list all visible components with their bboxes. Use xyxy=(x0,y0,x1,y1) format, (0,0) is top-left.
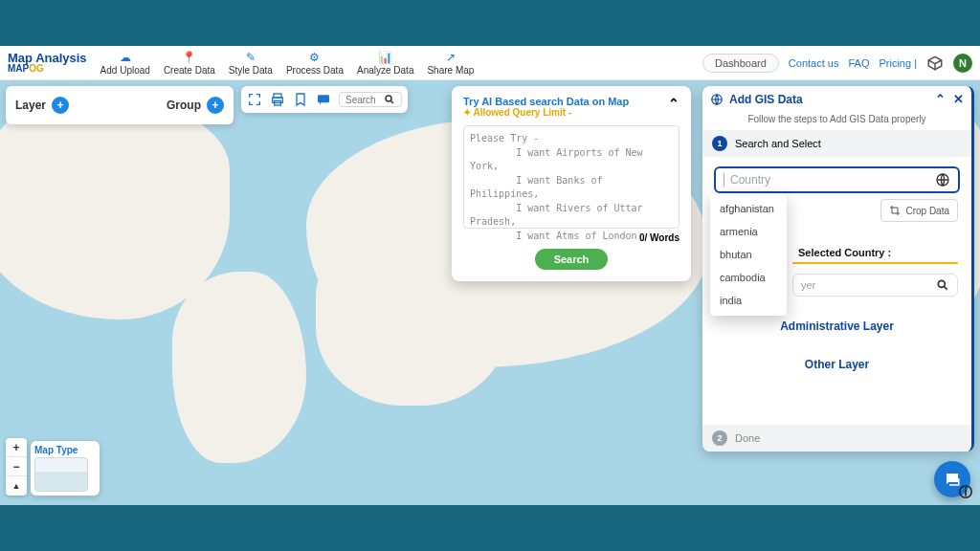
collapse-panel-button[interactable]: ⌃ xyxy=(668,96,679,111)
selected-country-underline xyxy=(792,262,958,264)
country-option[interactable]: india xyxy=(710,289,787,312)
layer-label: Layer xyxy=(15,99,46,112)
svg-rect-3 xyxy=(318,95,329,102)
layer-search-input[interactable]: yer xyxy=(792,274,958,297)
gis-title: Add GIS Data xyxy=(729,93,803,106)
search-icon[interactable] xyxy=(384,94,395,105)
country-placeholder: Country xyxy=(730,173,929,187)
menu-create-data[interactable]: 📍Create Data xyxy=(158,49,221,77)
ai-search-panel: Try AI Based search Data on Map ✦ Allowe… xyxy=(452,86,691,281)
svg-point-7 xyxy=(938,280,945,287)
app-logo: Map Analysis MAPOG xyxy=(8,52,87,74)
crop-icon xyxy=(889,205,901,216)
search-icon xyxy=(936,278,949,292)
pencil-icon: ✎ xyxy=(246,51,256,64)
cloud-upload-icon: ☁ xyxy=(120,51,131,64)
user-avatar[interactable]: N xyxy=(953,54,972,73)
topbar-right: Dashboard Contact us FAQ Pricing | N xyxy=(702,54,972,73)
step-1: 1 Search and Select xyxy=(702,130,971,157)
other-layer-heading[interactable]: Other Layer xyxy=(702,358,971,371)
maptype-panel: Map Type xyxy=(31,441,100,496)
group-label: Group xyxy=(167,99,201,112)
globe-field-icon xyxy=(935,172,950,187)
map-toolbar xyxy=(241,86,408,113)
menu-analyze-data[interactable]: 📊Analyze Data xyxy=(351,49,419,77)
fullscreen-icon[interactable] xyxy=(247,92,262,107)
print-icon[interactable] xyxy=(270,92,285,107)
country-dropdown: afghanistan armenia bhutan cambodia indi… xyxy=(710,193,787,316)
zoom-in-button[interactable]: + xyxy=(6,438,27,457)
gis-subtitle: Follow the steps to Add GIS Data properl… xyxy=(702,112,971,130)
administrative-layer-heading[interactable]: Administrative Layer xyxy=(702,320,971,333)
step-1-badge: 1 xyxy=(712,136,727,151)
app-sublogo: MAPOG xyxy=(8,64,87,74)
app-frame: Map Analysis MAPOG ☁Add Upload 📍Create D… xyxy=(0,46,980,505)
pricing-link[interactable]: Pricing | xyxy=(879,57,917,69)
menu-share-map[interactable]: ↗Share Map xyxy=(421,49,479,77)
pin-icon: 📍 xyxy=(182,51,196,64)
step-1-label: Search and Select xyxy=(735,138,821,149)
bookmark-icon[interactable] xyxy=(293,92,308,107)
zoom-control: + − ▲ xyxy=(6,438,27,496)
menu-process-data[interactable]: ⚙Process Data xyxy=(280,49,349,77)
crop-data-button[interactable]: Crop Data xyxy=(880,199,958,222)
layer-search-placeholder: yer xyxy=(801,279,930,291)
country-option[interactable]: afghanistan xyxy=(710,197,787,220)
share-icon: ↗ xyxy=(446,51,456,64)
faq-link[interactable]: FAQ xyxy=(848,57,869,69)
toolbar-search-input[interactable] xyxy=(345,95,384,105)
zoom-out-button[interactable]: − xyxy=(6,457,27,476)
comment-icon[interactable] xyxy=(316,92,331,107)
maptype-title: Map Type xyxy=(34,445,96,455)
country-option[interactable]: armenia xyxy=(710,220,787,243)
topbar: Map Analysis MAPOG ☁Add Upload 📍Create D… xyxy=(0,46,980,80)
gear-icon: ⚙ xyxy=(309,51,320,64)
ai-title: Try AI Based search Data on Map xyxy=(463,96,629,107)
panel-close-button[interactable]: ✕ xyxy=(953,92,964,106)
zoom-reset-button[interactable]: ▲ xyxy=(6,476,27,496)
country-option[interactable]: bhutan xyxy=(710,243,787,266)
layer-group-panel: Layer + Group + xyxy=(6,86,234,124)
selected-country-label: Selected Country : xyxy=(798,247,891,258)
info-icon[interactable]: ⓘ xyxy=(959,484,972,501)
ai-subtitle: ✦ Allowed Query Limit - xyxy=(463,107,629,118)
add-gis-data-panel: Add GIS Data ⌃ ✕ Follow the steps to Add… xyxy=(702,86,974,452)
main-menu: ☁Add Upload 📍Create Data ✎Style Data ⚙Pr… xyxy=(95,49,480,77)
ai-search-button[interactable]: Search xyxy=(535,249,609,270)
svg-point-4 xyxy=(386,96,391,101)
chart-icon: 📊 xyxy=(378,51,392,64)
add-group-button[interactable]: + xyxy=(207,97,224,114)
panel-expand-button[interactable]: ⌃ xyxy=(935,92,946,106)
globe-icon xyxy=(710,93,724,106)
ai-query-textarea[interactable]: Please Try - I want Airports of New York… xyxy=(463,125,679,229)
contact-link[interactable]: Contact us xyxy=(789,57,839,69)
toolbar-search[interactable] xyxy=(339,92,402,107)
country-option[interactable]: cambodia xyxy=(710,266,787,289)
step-2: 2 Done xyxy=(702,425,971,452)
country-input[interactable]: Country xyxy=(714,166,960,193)
add-layer-button[interactable]: + xyxy=(52,97,69,114)
maptype-thumbnail[interactable] xyxy=(34,457,88,492)
step-2-label: Done xyxy=(735,432,760,444)
menu-add-upload[interactable]: ☁Add Upload xyxy=(95,49,156,77)
package-icon[interactable] xyxy=(926,55,944,72)
menu-style-data[interactable]: ✎Style Data xyxy=(223,49,278,77)
dashboard-button[interactable]: Dashboard xyxy=(702,54,779,73)
map-canvas[interactable]: Layer + Group + + − ▲ Map Type xyxy=(0,80,980,505)
ai-word-count: 0/ Words xyxy=(639,232,679,243)
step-2-badge: 2 xyxy=(712,430,727,446)
